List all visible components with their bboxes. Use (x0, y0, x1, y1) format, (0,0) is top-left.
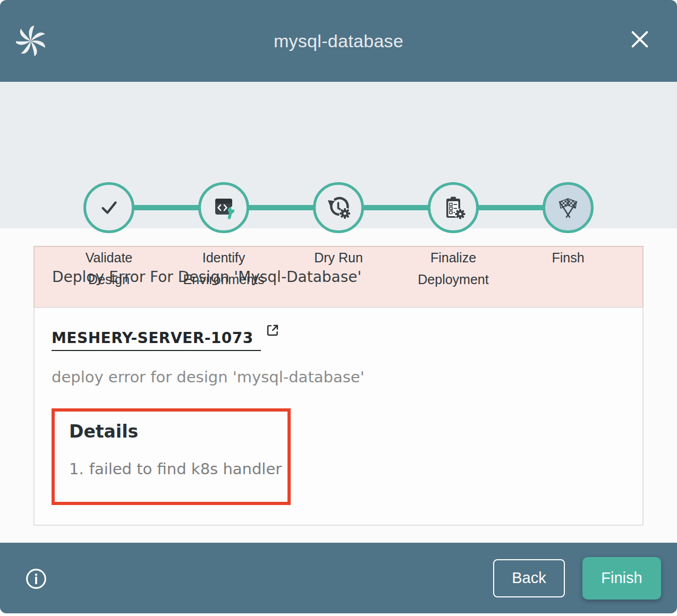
error-detail-panel: MESHERY-SERVER-1073 deploy error for des… (33, 307, 644, 526)
step-finish: Finsh (505, 182, 631, 269)
step-identify-environments: IdentifyEnvironments (161, 182, 286, 290)
error-description: deploy error for design 'mysql-database' (52, 368, 625, 386)
code-wrench-icon (211, 195, 236, 220)
step-label: Dry Run (276, 247, 401, 269)
step-label: FinalizeDeployment (391, 247, 516, 290)
check-icon (97, 195, 121, 220)
footer-actions: Back Finish (493, 557, 677, 600)
error-code-row: MESHERY-SERVER-1073 (52, 329, 625, 351)
step-label: ValidateDesign (46, 247, 172, 290)
close-button[interactable] (628, 28, 651, 51)
step-validate-design: ValidateDesign (46, 182, 172, 290)
details-annotation-box: Details 1.failed to find k8s handler (52, 408, 291, 505)
deployment-stepper: ValidateDesign IdentifyEnvironments (0, 82, 677, 228)
back-button[interactable]: Back (493, 559, 565, 597)
step-dry-run: Dry Run (276, 182, 401, 269)
dialog-header: mysql-database (0, 0, 677, 82)
dialog-title: mysql-database (274, 31, 403, 52)
finish-button[interactable]: Finish (582, 557, 661, 600)
step-circle-finish (543, 182, 594, 233)
details-item-number: 1. (69, 460, 84, 478)
checkered-flags-icon (555, 195, 581, 220)
step-label: IdentifyEnvironments (161, 247, 286, 290)
details-item-text: failed to find k8s handler (89, 460, 282, 478)
close-icon (628, 28, 651, 51)
info-icon (25, 568, 47, 590)
step-finalize-deployment: FinalizeDeployment (391, 182, 516, 290)
step-label: Finsh (505, 247, 631, 269)
deploy-wizard-dialog: mysql-database ValidateDesign (0, 0, 677, 613)
step-circle-identify-environments (198, 182, 249, 233)
error-code-link[interactable]: MESHERY-SERVER-1073 (52, 329, 261, 351)
info-button[interactable] (25, 568, 47, 590)
external-link-icon[interactable] (265, 323, 280, 338)
step-circle-finalize-deployment (428, 182, 479, 233)
dialog-footer: Back Finish (0, 543, 677, 613)
step-circle-validate-design (83, 182, 134, 233)
details-item: 1.failed to find k8s handler (69, 460, 287, 478)
meshery-logo-icon (16, 24, 46, 56)
step-circle-dry-run (313, 182, 364, 233)
clipboard-gear-icon (441, 195, 466, 220)
details-title: Details (69, 421, 287, 442)
history-gear-icon (326, 195, 351, 220)
